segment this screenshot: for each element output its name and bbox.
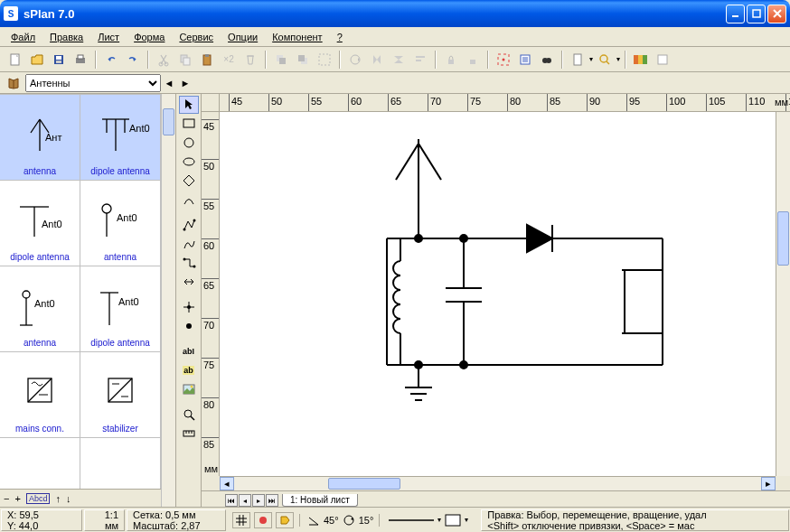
send-back-icon[interactable] (293, 50, 313, 70)
down-arrow-icon[interactable]: ↓ (66, 493, 71, 504)
menu-help[interactable]: ? (330, 30, 350, 44)
tab-prev-icon[interactable]: ◂ (239, 494, 251, 507)
menu-edit[interactable]: Правка (42, 30, 90, 44)
snap-grid-icon[interactable] (494, 50, 513, 70)
save-file-icon[interactable] (49, 50, 69, 70)
menu-options[interactable]: Опции (221, 30, 265, 44)
svg-rect-36 (634, 55, 638, 64)
library-item[interactable]: Ант antenna (0, 95, 80, 181)
up-arrow-icon[interactable]: ↑ (55, 493, 61, 504)
library-item[interactable]: Ant0 antenna (80, 181, 161, 266)
minimize-button[interactable] (726, 5, 745, 23)
grid-toggle-icon[interactable] (232, 512, 250, 528)
polygon-tool-icon[interactable] (179, 172, 199, 190)
fill-style-icon[interactable] (445, 514, 461, 527)
open-file-icon[interactable] (27, 50, 47, 70)
library-dropdown[interactable]: Антенны (25, 74, 161, 92)
abcd-label-icon[interactable]: Abcd (26, 493, 51, 504)
node-tool-icon[interactable] (179, 298, 199, 316)
color-swatch-icon[interactable] (631, 50, 651, 70)
measure-tool-icon[interactable] (179, 425, 199, 443)
library-book-icon[interactable] (5, 75, 22, 91)
magnifier-tool-icon[interactable] (179, 406, 199, 424)
vertical-scrollbar[interactable] (776, 112, 790, 476)
align-icon[interactable] (410, 50, 430, 70)
circle-tool-icon[interactable] (179, 134, 199, 152)
tool-palette: abI ab (176, 94, 202, 507)
library-item[interactable] (80, 438, 161, 489)
menu-service[interactable]: Сервис (172, 30, 221, 44)
text-tool-icon[interactable]: ab (179, 361, 199, 379)
line-style-icon[interactable] (389, 517, 434, 524)
group-icon[interactable] (315, 50, 334, 70)
library-item[interactable]: Ant0 dipole antenna (80, 95, 161, 181)
rect-tool-icon[interactable] (179, 115, 199, 133)
library-item[interactable]: Ant0 dipole antenna (80, 266, 161, 352)
delete-icon[interactable] (240, 50, 260, 70)
flip-v-icon[interactable] (389, 50, 409, 70)
maximize-button[interactable] (747, 5, 766, 23)
tag-toggle-icon[interactable] (276, 512, 294, 528)
sheet-tab[interactable]: 1: Новый лист (282, 494, 358, 507)
bezier-tool-icon[interactable] (179, 235, 199, 253)
svg-rect-119 (446, 515, 460, 526)
image-tool-icon[interactable] (179, 380, 199, 398)
ellipse-tool-icon[interactable] (179, 153, 199, 171)
paste-icon[interactable] (197, 50, 217, 70)
library-item[interactable]: Ant0 antenna (0, 266, 80, 352)
menu-form[interactable]: Форма (127, 30, 172, 44)
library-item[interactable]: Ant0 dipole antenna (0, 181, 80, 266)
svg-rect-13 (205, 54, 209, 57)
redo-icon[interactable] (123, 50, 143, 70)
library-item[interactable] (0, 438, 80, 489)
rotate-icon[interactable] (345, 50, 365, 70)
library-item[interactable]: mains conn. (0, 352, 80, 438)
pointer-tool-icon[interactable] (179, 96, 199, 114)
lock-icon[interactable] (441, 50, 461, 70)
dimension-tool-icon[interactable] (179, 273, 199, 291)
unlock-icon[interactable] (463, 50, 483, 70)
close-button[interactable] (767, 5, 786, 23)
drawing-canvas[interactable] (220, 112, 776, 476)
curve-tool-icon[interactable] (179, 191, 199, 209)
status-ratio: 1:1 (90, 509, 118, 520)
list-icon[interactable] (515, 50, 535, 70)
text-label-tool-icon[interactable]: abI (179, 342, 199, 360)
line-tool-icon[interactable] (179, 216, 199, 234)
menu-sheet[interactable]: Лист (90, 30, 127, 44)
menu-file[interactable]: Файл (4, 30, 42, 44)
horizontal-scrollbar[interactable]: ◂ ▸ (220, 476, 776, 490)
svg-point-73 (193, 266, 195, 268)
library-scrollbar[interactable] (161, 94, 175, 507)
flip-h-icon[interactable] (367, 50, 387, 70)
ruler-horizontal: 45 50 55 60 65 70 75 80 85 90 95 100 105… (220, 94, 790, 112)
duplicate-icon[interactable]: ×2 (219, 50, 239, 70)
cut-icon[interactable] (154, 50, 174, 70)
junction-tool-icon[interactable] (179, 317, 199, 335)
menu-component[interactable]: Компонент (265, 30, 329, 44)
zoom-out-icon[interactable]: − (4, 493, 9, 504)
svg-rect-67 (183, 119, 194, 127)
binoculars-icon[interactable] (537, 50, 557, 70)
library-next-icon[interactable]: ► (177, 75, 193, 91)
tab-next-icon[interactable]: ▸ (252, 494, 265, 507)
tab-first-icon[interactable]: ⏮ (225, 494, 238, 507)
zoom-icon[interactable] (595, 50, 615, 70)
undo-icon[interactable] (101, 50, 121, 70)
blank-tool-icon[interactable] (653, 50, 672, 70)
print-icon[interactable] (71, 50, 90, 70)
svg-rect-19 (319, 54, 330, 65)
bring-front-icon[interactable] (271, 50, 291, 70)
snap-toggle-icon[interactable] (254, 512, 272, 528)
zoom-in-icon[interactable]: + (14, 493, 20, 504)
library-prev-icon[interactable]: ◄ (161, 75, 177, 91)
rotate-small-icon (343, 514, 355, 527)
tab-last-icon[interactable]: ⏭ (266, 494, 278, 507)
new-file-icon[interactable] (5, 50, 25, 70)
library-item[interactable]: stabilizer (80, 352, 161, 438)
page-icon[interactable] (568, 50, 588, 70)
app-icon: S (4, 6, 18, 21)
svg-point-78 (186, 323, 192, 329)
copy-icon[interactable] (175, 50, 195, 70)
connector-tool-icon[interactable] (179, 254, 199, 272)
